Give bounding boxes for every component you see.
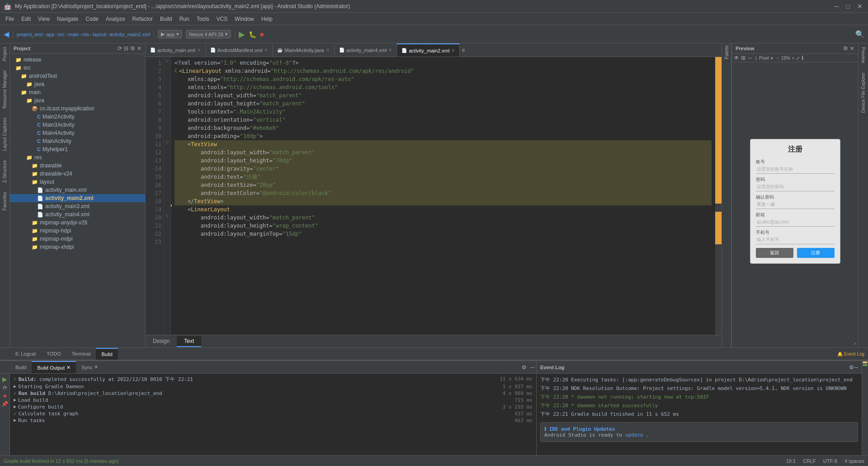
search-button[interactable]: 🔍	[855, 30, 864, 38]
tree-item-Main3Activity[interactable]: C Main3Activity	[10, 121, 145, 129]
sync-tab[interactable]: Sync ✕	[76, 361, 104, 373]
tree-item-release[interactable]: 📁 release	[10, 56, 145, 64]
tree-item-java-test[interactable]: 📁 java	[10, 80, 145, 88]
preview-zoom-out[interactable]: −	[777, 56, 779, 61]
tab-main4-activity[interactable]: ☕ Main4Activity.java ✕	[273, 43, 334, 57]
build-tab[interactable]: Build	[96, 348, 118, 360]
resource-manager-tab[interactable]: Resource Manager	[2, 70, 7, 109]
menu-navigate[interactable]: Navigate	[53, 14, 82, 24]
run-button[interactable]: ▶	[239, 29, 245, 39]
breadcrumb-layout[interactable]: layout	[93, 32, 106, 37]
menu-run[interactable]: Run	[176, 14, 193, 24]
breadcrumb-file[interactable]: activity_main2.xml	[109, 32, 150, 37]
preview-resize-handle[interactable]: ↗	[732, 340, 858, 347]
breadcrumb-res[interactable]: res	[82, 32, 89, 37]
build-sub-tab[interactable]: Build	[10, 361, 32, 373]
project-tab[interactable]: Project	[2, 47, 7, 61]
build-settings-icon[interactable]: ⚙	[520, 364, 528, 371]
tab-activity-main-xml[interactable]: 📄 activity_main.xml ✕	[146, 43, 206, 57]
project-close-icon[interactable]: ✕	[137, 45, 142, 52]
close-button[interactable]: ✕	[855, 3, 864, 10]
tab-activity-main2-active[interactable]: 📄 activity_main2.xml ✕	[397, 43, 460, 57]
todo-tab[interactable]: TODO	[41, 348, 66, 360]
terminal-tab[interactable]: Terminal	[66, 348, 96, 360]
event-log-status-icon[interactable]: 🔔 Event Log	[837, 352, 864, 357]
run-config-dropdown-icon[interactable]: ▾	[176, 31, 179, 37]
device-dropdown-icon[interactable]: ▾	[225, 31, 228, 37]
z-structure-tab[interactable]: Z-Structure	[2, 160, 7, 183]
project-collapse-icon[interactable]: ⊟	[124, 45, 128, 52]
tree-item-mipmap-hdpi[interactable]: 📁 mipmap-hdpi	[10, 227, 145, 235]
build-stop-icon[interactable]: ■	[3, 393, 6, 399]
menu-refactor[interactable]: Refactor	[129, 14, 156, 24]
preview-flip-h-icon[interactable]: ↔	[747, 55, 753, 61]
tree-item-pkg[interactable]: 📦 cn.itcast.myapplication	[10, 105, 145, 113]
preview-close-icon[interactable]: ✕	[850, 45, 854, 52]
tree-item-main[interactable]: 📁 main	[10, 88, 145, 96]
menu-vcs[interactable]: VCS	[213, 14, 231, 24]
tree-item-activity_main_xml[interactable]: 📄 activity_main.xml	[10, 186, 145, 194]
preview-device-dropdown[interactable]: ▾	[771, 56, 773, 61]
breadcrumb-main[interactable]: main	[68, 32, 79, 37]
tab-more-button[interactable]: ≡	[462, 47, 465, 53]
project-settings-icon[interactable]: ⚙	[130, 45, 135, 52]
tree-item-java-main[interactable]: 📁 java	[10, 96, 145, 105]
tree-item-Main4Activity[interactable]: C Main4Activity	[10, 129, 145, 137]
maximize-button[interactable]: □	[844, 3, 852, 10]
menu-edit[interactable]: Edit	[18, 14, 34, 24]
menu-code[interactable]: Code	[82, 14, 102, 24]
breadcrumb-app[interactable]: app	[46, 32, 54, 37]
tree-item-mipmap-xhdpi[interactable]: 📁 mipmap-xhdpi	[10, 243, 145, 251]
back-nav-icon[interactable]: ◀	[4, 30, 9, 38]
preview-layout-icon[interactable]: ⊞	[741, 55, 745, 61]
tree-item-Main2Activity[interactable]: C Main2Activity	[10, 113, 145, 121]
minimize-button[interactable]: ─	[833, 3, 841, 10]
tree-item-mipmap-mdpi[interactable]: 📁 mipmap-mdpi	[10, 235, 145, 243]
breadcrumb-src[interactable]: src	[58, 32, 65, 37]
event-log-settings-icon[interactable]: ⚙	[849, 364, 854, 371]
build-rerun-icon[interactable]: ⟳	[3, 385, 7, 391]
tree-item-activity_main4_xml[interactable]: 📄 activity_main4.xml	[10, 210, 145, 219]
tree-item-layout[interactable]: 📁 layout	[10, 178, 145, 186]
tree-item-activity_main3_xml[interactable]: 📄 activity_main3.xml	[10, 202, 145, 210]
build-run-icon[interactable]: ▶	[2, 376, 7, 383]
tree-item-drawable-v24[interactable]: 📁 drawable-v24	[10, 170, 145, 178]
preview-zoom-in[interactable]: +	[792, 56, 795, 61]
preview-eye-icon[interactable]: 👁	[734, 55, 739, 61]
tree-item-Myhelper1[interactable]: C Myhelper1	[10, 145, 145, 153]
tree-item-src[interactable]: 📁 src	[10, 64, 145, 72]
favorites-tab[interactable]: Favorites	[2, 192, 7, 210]
preview-fit-icon[interactable]: ⤢	[796, 56, 800, 61]
device-file-explorer-tab[interactable]: Device File Explorer	[861, 72, 866, 113]
preview-back-button[interactable]: 返回	[756, 248, 793, 258]
tree-item-MainActivity[interactable]: C MainActivity	[10, 137, 145, 145]
tab-android-manifest[interactable]: 📄 AndroidManifest.xml ✕	[206, 43, 273, 57]
preview-settings-icon[interactable]: ⚙	[843, 45, 848, 52]
menu-build[interactable]: Build	[156, 14, 176, 24]
design-tab[interactable]: Design	[146, 336, 177, 347]
device-label[interactable]: Nexus 4 API 26	[189, 32, 223, 37]
code-editor[interactable]: <?xml version="1.0" encoding="utf-8"?> C…	[171, 57, 715, 335]
build-minimize-icon[interactable]: ─	[528, 364, 536, 371]
menu-analyze[interactable]: Analyze	[102, 14, 129, 24]
preview-flip-v-icon[interactable]: ↕	[755, 55, 757, 61]
preview-side-tab[interactable]: Preview	[861, 47, 866, 63]
tree-item-res[interactable]: 📁 res	[10, 153, 145, 162]
editor-content[interactable]: 12345 678910 1112131415 1617181920 21222…	[146, 57, 722, 335]
menu-view[interactable]: View	[34, 14, 53, 24]
stop-button[interactable]: ■	[260, 31, 264, 38]
menu-window[interactable]: Window	[231, 14, 258, 24]
tree-item-androidTest[interactable]: 📁 androidTest	[10, 72, 145, 80]
preview-reg-button[interactable]: 注册	[797, 248, 835, 258]
breadcrumb-project[interactable]: project_end	[17, 32, 43, 37]
menu-help[interactable]: Help	[258, 14, 276, 24]
menu-file[interactable]: File	[2, 14, 18, 24]
build-output-tab[interactable]: Build Output ✕	[32, 361, 76, 373]
logcat-tab[interactable]: 6: Logcat	[10, 348, 41, 360]
preview-info-icon[interactable]: ℹ	[802, 55, 804, 61]
preview-device-label[interactable]: Pixel	[759, 56, 769, 61]
project-sync-icon[interactable]: ⟳	[118, 45, 122, 52]
tree-item-activity_main2_xml[interactable]: 📄 activity_main2.xml	[10, 194, 145, 202]
text-tab[interactable]: Text	[177, 336, 201, 347]
tree-item-mipmap-anydpi-v26[interactable]: 📁 mipmap-anydpi-v26	[10, 219, 145, 227]
